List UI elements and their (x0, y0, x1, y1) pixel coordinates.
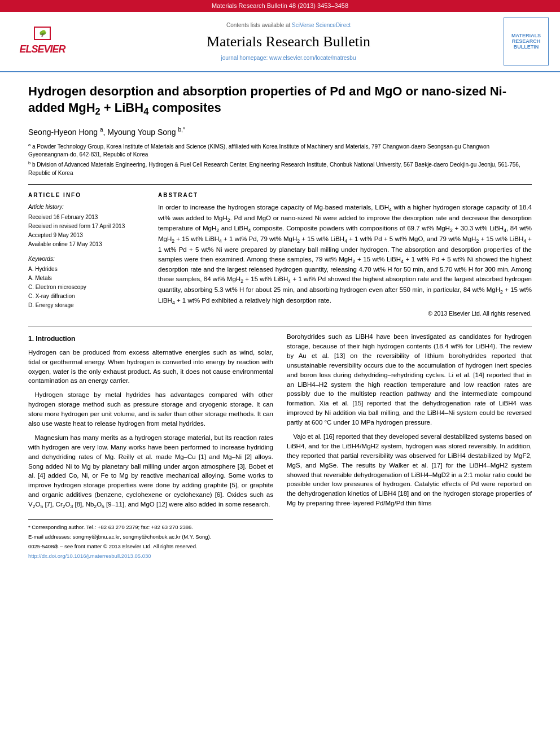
keywords-label: Keywords: (28, 255, 141, 264)
article-info-header: ARTICLE INFO (28, 191, 141, 199)
article-info-col: ARTICLE INFO Article history: Received 1… (28, 191, 141, 318)
abstract-header: ABSTRACT (158, 191, 532, 199)
elsevier-logo-section: 🌳 ELSEVIER (8, 18, 76, 65)
sciverse-link[interactable]: SciVerse ScienceDirect (292, 22, 351, 28)
article-title: Hydrogen desorption and absorption prope… (28, 84, 532, 117)
body-right-col: Borohydrides such as LiBH4 have been inv… (287, 332, 532, 562)
abstract-col: ABSTRACT In order to increase the hydrog… (158, 191, 532, 318)
divider-1 (28, 184, 532, 185)
keyword-5: D. Energy storage (28, 301, 141, 310)
intro-para-3: Magnesium has many merits as a hydrogen … (28, 433, 273, 510)
doi-link[interactable]: http://dx.doi.org/10.1016/j.materresbull… (28, 553, 151, 559)
journal-logo-box-section: MATERIALSRESEARCHBULLETIN (501, 18, 552, 65)
email-addresses: E-mail addresses: songmy@jbnu.ac.kr, son… (28, 533, 273, 541)
abstract-text: In order to increase the hydrogen storag… (158, 203, 532, 307)
keywords-section: Keywords: A. Hydrides A. Metals C. Elect… (28, 255, 141, 310)
doi: http://dx.doi.org/10.1016/j.materresbull… (28, 552, 273, 560)
revised-date: Received in revised form 17 April 2013 (28, 223, 125, 229)
authors: Seong-Hyeon Hong a, Myoung Youp Song b,* (28, 126, 532, 138)
journal-title-section: Contents lists available at SciVerse Sci… (76, 18, 501, 65)
affiliation-a: a a Powder Technology Group, Korea Insti… (28, 142, 532, 159)
footer: * Corresponding author. Tel.: +82 63 270… (28, 519, 273, 560)
journal-bar: Materials Research Bulletin 48 (2013) 34… (0, 0, 560, 12)
journal-homepage: journal homepage: www.elsevier.com/locat… (221, 54, 356, 62)
history-label: Article history: (28, 203, 141, 212)
body-divider (28, 326, 532, 326)
article-history: Article history: Received 16 February 20… (28, 203, 141, 249)
intro-para-2: Hydrogen storage by metal hydrides has a… (28, 390, 273, 429)
received-date: Received 16 February 2013 (28, 214, 98, 220)
keyword-3: C. Electron microscopy (28, 283, 141, 292)
available-date: Available online 17 May 2013 (28, 241, 102, 247)
keyword-4: C. X-ray diffraction (28, 292, 141, 301)
logo-text: MATERIALSRESEARCHBULLETIN (511, 33, 541, 50)
body-left-col: 1. Introduction Hydrogen can be produced… (28, 332, 273, 562)
main-content: Hydrogen desorption and absorption prope… (0, 72, 560, 573)
copyright-line: © 2013 Elsevier Ltd. All rights reserved… (158, 309, 532, 318)
body-columns: 1. Introduction Hydrogen can be produced… (28, 332, 532, 562)
issn: 0025-5408/$ – see front matter © 2013 El… (28, 543, 273, 551)
info-abstract-section: ARTICLE INFO Article history: Received 1… (28, 191, 532, 318)
journal-title: Materials Research Bulletin (207, 32, 370, 52)
journal-logo: MATERIALSRESEARCHBULLETIN (504, 18, 549, 65)
journal-header: 🌳 ELSEVIER Contents lists available at S… (0, 12, 560, 72)
keyword-2: A. Metals (28, 274, 141, 283)
right-para-2: Vajo et al. [16] reported that they deve… (287, 432, 532, 508)
sciverse-text: Contents lists available at SciVerse Sci… (226, 21, 351, 29)
intro-section-title: 1. Introduction (28, 334, 273, 344)
right-para-1: Borohydrides such as LiBH4 have been inv… (287, 332, 532, 427)
elsevier-wordmark: ELSEVIER (19, 42, 65, 56)
keyword-1: A. Hydrides (28, 265, 141, 274)
affiliation-b: b b Division of Advanced Materials Engin… (28, 160, 532, 177)
accepted-date: Accepted 9 May 2013 (28, 232, 83, 238)
corresponding-author: * Corresponding author. Tel.: +82 63 270… (28, 523, 273, 531)
journal-bar-text: Materials Research Bulletin 48 (2013) 34… (212, 2, 348, 9)
intro-para-1: Hydrogen can be produced from excess alt… (28, 348, 273, 386)
